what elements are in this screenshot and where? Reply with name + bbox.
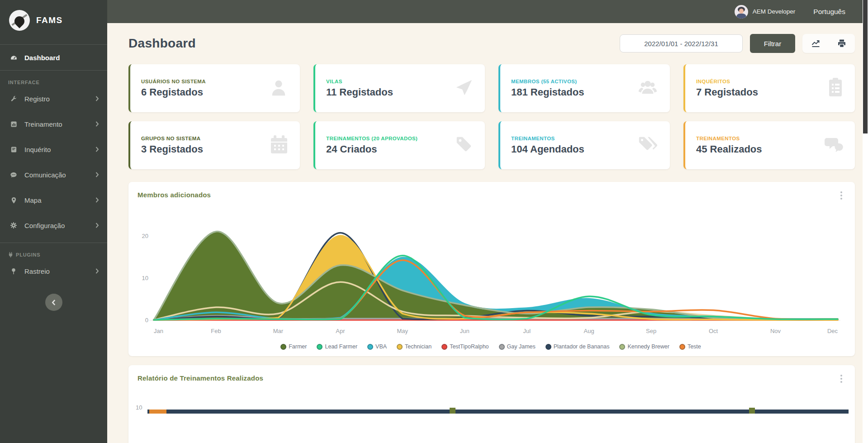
sidebar-item-mapa[interactable]: Mapa	[0, 187, 107, 213]
legend-item[interactable]: Farmer	[280, 343, 307, 350]
legend-item[interactable]: Technician	[397, 343, 432, 350]
stat-card-vilas: VILAS 11 Registados	[313, 64, 485, 112]
user-icon	[269, 77, 288, 99]
sidebar-item-label: Registro	[24, 95, 50, 103]
gear-icon	[8, 222, 19, 229]
brand[interactable]: FAMS	[0, 0, 107, 44]
chart-title: Relatório de Treinamentos Realizados	[138, 374, 844, 382]
legend-item[interactable]: Gay James	[499, 343, 536, 350]
printer-icon	[837, 39, 846, 48]
stat-value: 45 Realizados	[696, 143, 762, 155]
sidebar-collapse-button[interactable]	[45, 294, 62, 311]
poll-file-icon	[8, 146, 19, 153]
user-name: AEM Developer	[753, 8, 796, 15]
language-selector[interactable]: Português	[813, 8, 845, 16]
map-pin-icon	[8, 268, 19, 275]
sidebar-item-dashboard[interactable]: Dashboard	[0, 45, 107, 70]
bar-chart-icon	[8, 121, 19, 128]
topbar: AEM Developer Português	[107, 0, 863, 23]
stat-label: TREINAMENTOS	[696, 136, 762, 141]
legend-item[interactable]: Plantador de Bananas	[545, 343, 610, 350]
calendar-icon	[270, 134, 288, 156]
plug-icon	[8, 252, 13, 257]
sidebar-item-label: Mapa	[24, 196, 42, 204]
print-button[interactable]	[829, 34, 855, 53]
svg-text:Sep: Sep	[646, 328, 656, 334]
stat-value: 11 Registados	[326, 86, 393, 98]
svg-text:0: 0	[145, 317, 148, 324]
sidebar-item-label: Rastreio	[24, 267, 50, 275]
svg-text:Apr: Apr	[336, 328, 345, 334]
legend-dot	[397, 344, 403, 350]
chevron-right-icon	[95, 268, 99, 274]
legend-item[interactable]: Lead Farmer	[317, 343, 357, 350]
stat-card-treinamentos-agendados: TREINAMENTOS 104 Agendados	[498, 121, 670, 169]
wrench-icon	[8, 95, 19, 102]
legend-item[interactable]: Kennedy Brewer	[619, 343, 669, 350]
sidebar: FAMS Dashboard INTERFACE Registro	[0, 0, 107, 443]
y-axis-tick: 10	[136, 404, 142, 411]
stat-label: TREINAMENTOS (20 APROVADOS)	[326, 136, 417, 141]
main-content: Dashboard Filtrar USUÁRIOS NO SISTEMA	[107, 23, 863, 443]
chevron-right-icon	[95, 197, 99, 203]
stat-value: 104 Agendados	[511, 143, 584, 155]
legend-dot	[499, 344, 505, 350]
legend-dot	[441, 344, 447, 350]
vertical-scrollbar[interactable]	[863, 0, 868, 443]
legend-dot	[280, 344, 286, 350]
svg-text:Mar: Mar	[273, 328, 284, 334]
stat-value: 24 Criados	[326, 143, 417, 155]
brand-name: FAMS	[36, 15, 63, 25]
map-marker-icon	[8, 197, 19, 204]
fams-logo-icon	[9, 10, 30, 31]
chart-menu-button[interactable]	[838, 374, 845, 383]
filter-button[interactable]: Filtrar	[750, 34, 795, 53]
stat-label: USUÁRIOS NO SISTEMA	[141, 79, 206, 84]
stat-value: 7 Registados	[696, 86, 758, 98]
tags-icon	[637, 134, 658, 156]
legend-dot	[367, 344, 373, 350]
bar-chart-fragment	[147, 408, 849, 426]
chevron-left-icon	[52, 300, 56, 305]
svg-text:Dec: Dec	[827, 328, 838, 334]
scrollbar-thumb[interactable]	[863, 0, 868, 133]
user-menu[interactable]: AEM Developer	[735, 5, 796, 19]
legend-dot	[619, 344, 625, 350]
chevron-right-icon	[95, 121, 99, 127]
sidebar-item-configuracao[interactable]: Configuração	[0, 213, 107, 238]
chevron-right-icon	[95, 147, 99, 152]
legend-dot	[317, 344, 323, 350]
stat-label: MEMBROS (55 ACTIVOS)	[511, 79, 584, 84]
stat-card-treinamentos-criados: TREINAMENTOS (20 APROVADOS) 24 Criados	[313, 121, 485, 169]
legend-item[interactable]: VBA	[367, 343, 387, 350]
chart-title: Membros adicionados	[138, 191, 844, 199]
sidebar-item-registro[interactable]: Registro	[0, 86, 107, 111]
chevron-right-icon	[95, 96, 99, 101]
chart-menu-button[interactable]	[838, 191, 845, 200]
sidebar-item-rastreio[interactable]: Rastreio	[0, 258, 107, 284]
avatar	[735, 5, 748, 19]
sidebar-item-label: Comunicação	[24, 171, 66, 179]
legend-item[interactable]: Teste	[679, 343, 701, 350]
users-icon	[637, 77, 658, 99]
membros-chart: 01020JanFebMarAprMayJunJulAugSepOctNovDe…	[138, 222, 842, 336]
app-root: FAMS Dashboard INTERFACE Registro	[0, 0, 863, 443]
stat-card-membros: MEMBROS (55 ACTIVOS) 181 Registados	[498, 64, 670, 112]
sidebar-item-treinamento[interactable]: Treinamento	[0, 111, 107, 137]
sidebar-item-inquerito[interactable]: Inquérito	[0, 137, 107, 162]
chevron-right-icon	[95, 223, 99, 228]
page-title: Dashboard	[128, 36, 196, 51]
legend-item[interactable]: TestTipoRalpho	[441, 343, 489, 350]
legend-dot	[679, 344, 685, 350]
treinamentos-chart-card: Relatório de Treinamentos Realizados 10	[128, 365, 855, 443]
chart-line-icon	[811, 39, 821, 48]
sidebar-item-comunicacao[interactable]: Comunicação	[0, 162, 107, 187]
tag-icon	[454, 134, 473, 156]
stat-label: GRUPOS NO SISTEMA	[141, 136, 203, 141]
stat-value: 6 Registados	[141, 86, 206, 98]
stat-label: INQUÉRITOS	[696, 79, 758, 84]
svg-text:May: May	[397, 328, 408, 334]
stat-card-treinamentos-realizados: TREINAMENTOS 45 Realizados	[683, 121, 855, 169]
chart-view-button[interactable]	[802, 34, 829, 53]
date-range-input[interactable]	[620, 34, 743, 52]
